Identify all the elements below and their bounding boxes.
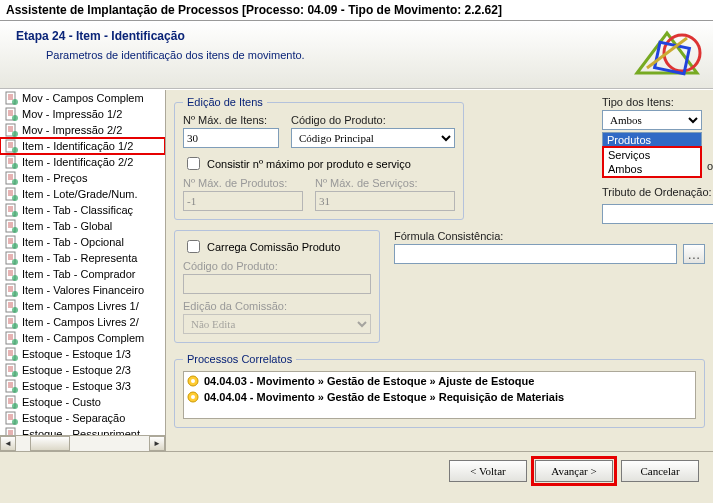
sidebar-item-label: Item - Identificação 2/2: [22, 156, 133, 168]
page-icon: [4, 283, 18, 297]
sidebar-item[interactable]: Mov - Campos Complem: [0, 90, 165, 106]
voltar-button[interactable]: < Voltar: [449, 460, 527, 482]
sidebar-item-label: Item - Tab - Global: [22, 220, 112, 232]
process-item-label: 04.04.03 - Movimento » Gestão de Estoque…: [204, 375, 534, 387]
sidebar-item[interactable]: Item - Identificação 1/2: [0, 138, 165, 154]
svg-point-15: [12, 195, 18, 201]
page-icon: [4, 331, 18, 345]
wizard-logo-icon: [627, 23, 707, 83]
dropdown-option-servicos[interactable]: Serviços: [604, 148, 700, 162]
cancelar-button[interactable]: Cancelar: [621, 460, 699, 482]
formula-lookup-button[interactable]: …: [683, 244, 705, 264]
sidebar-item-label: Estoque - Custo: [22, 396, 101, 408]
page-icon: [4, 251, 18, 265]
sidebar-item[interactable]: Estoque - Separação: [0, 410, 165, 426]
sidebar-item[interactable]: Item - Campos Livres 1/: [0, 298, 165, 314]
page-icon: [4, 91, 18, 105]
sidebar-item[interactable]: Item - Valores Financeiro: [0, 282, 165, 298]
tipo-itens-dropdown-list[interactable]: Produtos Serviços Ambos: [602, 132, 702, 178]
page-icon: [4, 203, 18, 217]
sidebar-item[interactable]: Estoque - Custo: [0, 394, 165, 410]
scrollbar-thumb[interactable]: [30, 436, 70, 451]
select-edicao-comissao: Não Edita: [183, 314, 371, 334]
sidebar-item[interactable]: Item - Lote/Grade/Num.: [0, 186, 165, 202]
sidebar-item[interactable]: Item - Tab - Opcional: [0, 234, 165, 250]
label-carrega-comissao: Carrega Comissão Produto: [207, 241, 340, 253]
sidebar-item[interactable]: Estoque - Estoque 3/3: [0, 378, 165, 394]
sidebar-item-label: Estoque - Estoque 1/3: [22, 348, 131, 360]
svg-point-35: [12, 355, 18, 361]
avancar-button[interactable]: Avançar >: [535, 460, 613, 482]
sidebar-item[interactable]: Item - Campos Complem: [0, 330, 165, 346]
page-icon: [4, 267, 18, 281]
sidebar-item[interactable]: Item - Tab - Comprador: [0, 266, 165, 282]
dropdown-option-ambos[interactable]: Ambos: [604, 162, 700, 176]
page-icon: [4, 395, 18, 409]
sidebar-item-label: Mov - Impressão 2/2: [22, 124, 122, 136]
processos-list[interactable]: 04.04.03 - Movimento » Gestão de Estoque…: [183, 371, 696, 419]
svg-point-9: [12, 147, 18, 153]
wizard-step-sidebar[interactable]: Mov - Campos ComplemMov - Impressão 1/2M…: [0, 90, 166, 451]
wizard-footer: < Voltar Avançar > Cancelar: [0, 451, 713, 490]
page-icon: [4, 123, 18, 137]
sidebar-item[interactable]: Estoque - Estoque 2/3: [0, 362, 165, 378]
sidebar-item-label: Item - Tab - Comprador: [22, 268, 136, 280]
label-partial-ota: ota: [707, 160, 713, 172]
page-icon: [4, 411, 18, 425]
sidebar-item[interactable]: Item - Tab - Global: [0, 218, 165, 234]
step-title: Etapa 24 - Item - Identificação: [16, 29, 701, 43]
svg-point-37: [12, 371, 18, 377]
svg-point-21: [12, 243, 18, 249]
sidebar-item-label: Item - Campos Complem: [22, 332, 144, 344]
scroll-left-arrow-icon[interactable]: ◄: [0, 436, 16, 451]
label-max-servicos: Nº Máx. de Serviços:: [315, 177, 455, 189]
sidebar-horizontal-scrollbar[interactable]: ◄ ►: [0, 435, 165, 451]
page-icon: [4, 347, 18, 361]
window-title: Assistente de Implantação de Processos […: [0, 0, 713, 21]
sidebar-item[interactable]: Item - Tab - Representa: [0, 250, 165, 266]
sidebar-item-label: Item - Tab - Representa: [22, 252, 137, 264]
label-tipo-itens: Tipo dos Itens:: [602, 96, 702, 108]
sidebar-item-label: Item - Tab - Classificaç: [22, 204, 133, 216]
edicao-itens-fieldset: Edição de Itens Nº Máx. de Itens: Código…: [174, 96, 464, 220]
sidebar-item-label: Item - Valores Financeiro: [22, 284, 144, 296]
input-formula-consistencia[interactable]: [394, 244, 677, 264]
input-codigo-produto-comissao: [183, 274, 371, 294]
scroll-right-arrow-icon[interactable]: ►: [149, 436, 165, 451]
ellipsis-icon: …: [687, 247, 700, 262]
sidebar-item[interactable]: Item - Identificação 2/2: [0, 154, 165, 170]
sidebar-item[interactable]: Item - Campos Livres 2/: [0, 314, 165, 330]
select-codigo-produto[interactable]: Código Principal: [291, 128, 455, 148]
edicao-itens-legend: Edição de Itens: [183, 96, 267, 108]
svg-point-31: [12, 323, 18, 329]
process-item[interactable]: 04.04.04 - Movimento » Gestão de Estoque…: [186, 389, 693, 405]
svg-point-39: [12, 387, 18, 393]
select-tipo-itens[interactable]: Ambos: [602, 110, 702, 130]
page-icon: [4, 235, 18, 249]
input-max-produtos: [183, 191, 303, 211]
sidebar-item[interactable]: Item - Preços: [0, 170, 165, 186]
input-tributo-ordenacao[interactable]: [602, 204, 713, 224]
svg-point-3: [12, 99, 18, 105]
label-tributo-ordenacao: Tributo de Ordenação:: [602, 186, 712, 198]
input-max-itens[interactable]: [183, 128, 279, 148]
gear-icon: [186, 390, 200, 404]
label-consistir: Consistir nº máximo por produto e serviç…: [207, 158, 411, 170]
label-max-itens: Nº Máx. de Itens:: [183, 114, 279, 126]
sidebar-item-label: Item - Preços: [22, 172, 87, 184]
sidebar-item[interactable]: Estoque - Estoque 1/3: [0, 346, 165, 362]
sidebar-item-label: Item - Tab - Opcional: [22, 236, 124, 248]
checkbox-carrega-comissao[interactable]: [187, 240, 200, 253]
page-icon: [4, 171, 18, 185]
sidebar-item[interactable]: Mov - Impressão 1/2: [0, 106, 165, 122]
sidebar-item[interactable]: Mov - Impressão 2/2: [0, 122, 165, 138]
checkbox-consistir[interactable]: [187, 157, 200, 170]
process-item[interactable]: 04.04.03 - Movimento » Gestão de Estoque…: [186, 373, 693, 389]
sidebar-item[interactable]: Item - Tab - Classificaç: [0, 202, 165, 218]
input-max-servicos: [315, 191, 455, 211]
svg-point-11: [12, 163, 18, 169]
svg-point-25: [12, 275, 18, 281]
dropdown-option-produtos[interactable]: Produtos: [603, 133, 701, 147]
comissao-fieldset: Carrega Comissão Produto Código do Produ…: [174, 230, 380, 343]
sidebar-item-label: Estoque - Estoque 2/3: [22, 364, 131, 376]
